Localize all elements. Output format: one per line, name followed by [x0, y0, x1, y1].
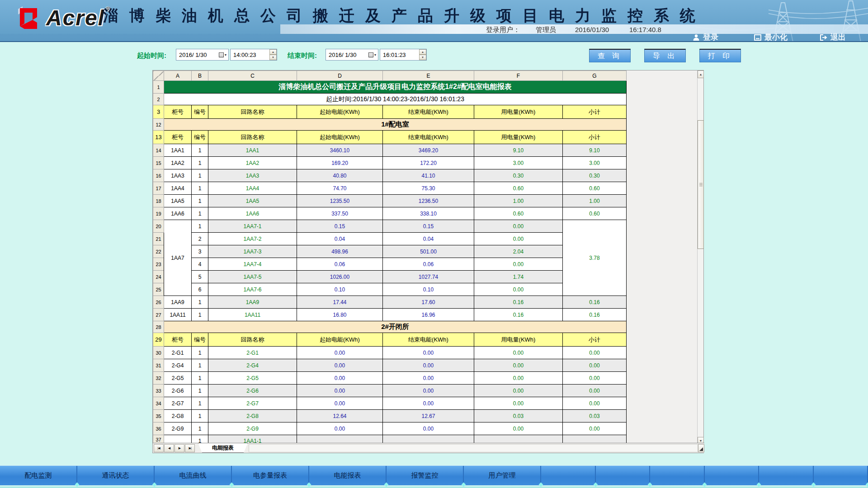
cell[interactable]: 9.10: [563, 144, 627, 157]
nav-button-6[interactable]: 报警监控: [387, 466, 464, 485]
row-gutter[interactable]: 16: [153, 169, 164, 182]
nav-button-3[interactable]: 电流曲线: [155, 466, 232, 485]
cell[interactable]: 1AA3: [208, 169, 297, 182]
cell[interactable]: 1AA1: [164, 144, 192, 157]
cell[interactable]: 0.10: [383, 283, 474, 296]
table-column-header[interactable]: 编号: [192, 333, 208, 347]
cell[interactable]: 0.00: [383, 397, 474, 410]
row-gutter[interactable]: 21: [153, 233, 164, 245]
cell[interactable]: 0.04: [297, 233, 383, 245]
cell[interactable]: 1235.50: [297, 195, 383, 207]
cell[interactable]: 1AA4: [208, 182, 297, 195]
cell[interactable]: 1: [192, 220, 208, 233]
column-header-E[interactable]: E: [383, 71, 474, 81]
cell[interactable]: 0.60: [563, 207, 627, 220]
cell[interactable]: 1AA2: [164, 157, 192, 169]
cell[interactable]: 2-G6: [164, 385, 192, 397]
row-gutter[interactable]: 24: [153, 271, 164, 283]
exit-button[interactable]: 退出: [820, 33, 846, 42]
cell[interactable]: 0.00: [297, 397, 383, 410]
table-column-header[interactable]: 用电量(KWh): [474, 131, 563, 144]
cell[interactable]: 1AA5: [208, 195, 297, 207]
cell[interactable]: 1.74: [474, 271, 563, 283]
end-time-input[interactable]: 16:01:23 ▲ ▼: [380, 49, 427, 61]
cell[interactable]: 1.00: [563, 195, 627, 207]
cell[interactable]: 2-G5: [208, 372, 297, 385]
table-column-header[interactable]: 小计: [563, 105, 627, 119]
first-sheet-icon[interactable]: |◀: [154, 444, 164, 452]
row-gutter[interactable]: 19: [153, 207, 164, 220]
cell[interactable]: 0.04: [383, 233, 474, 245]
row-gutter[interactable]: 29: [153, 333, 164, 347]
row-gutter[interactable]: 32: [153, 372, 164, 385]
cell[interactable]: 1AA2: [208, 157, 297, 169]
cell[interactable]: 0.00: [297, 385, 383, 397]
cell[interactable]: 169.20: [297, 157, 383, 169]
column-header-F[interactable]: F: [474, 71, 563, 81]
cell[interactable]: 1AA7-5: [208, 271, 297, 283]
cell[interactable]: 4: [192, 258, 208, 271]
login-button[interactable]: 登录: [693, 33, 718, 42]
row-gutter[interactable]: 34: [153, 397, 164, 410]
cell[interactable]: 0.15: [297, 220, 383, 233]
cell[interactable]: 501.00: [383, 245, 474, 258]
row-gutter[interactable]: 25: [153, 283, 164, 296]
cell[interactable]: 17.44: [297, 296, 383, 309]
cell[interactable]: 1: [192, 182, 208, 195]
cell[interactable]: 1AA3: [164, 169, 192, 182]
cell[interactable]: 1: [192, 296, 208, 309]
cell[interactable]: 0.00: [474, 233, 563, 245]
cell[interactable]: 1AA9: [208, 296, 297, 309]
cell[interactable]: 0.16: [563, 296, 627, 309]
next-sheet-icon[interactable]: ▶: [175, 444, 184, 452]
cell[interactable]: 2-G9: [164, 422, 192, 435]
cell[interactable]: 0.16: [563, 309, 627, 321]
vertical-scrollbar[interactable]: ▲ ▼: [697, 70, 703, 445]
row-gutter[interactable]: 26: [153, 296, 164, 309]
table-column-header[interactable]: 结束电能(KWh): [383, 131, 474, 144]
table-column-header[interactable]: 柜号: [164, 131, 192, 144]
cell[interactable]: 6: [192, 283, 208, 296]
cell[interactable]: 0.30: [563, 169, 627, 182]
cell[interactable]: 0.00: [474, 422, 563, 435]
cell[interactable]: 3.00: [474, 157, 563, 169]
row-gutter[interactable]: 17: [153, 182, 164, 195]
cell[interactable]: 0.00: [297, 347, 383, 359]
cell[interactable]: 0.00: [563, 397, 627, 410]
cell[interactable]: 1AA7-2: [208, 233, 297, 245]
cell[interactable]: 1AA7-4: [208, 258, 297, 271]
nav-button-empty[interactable]: [814, 466, 868, 485]
cell[interactable]: 2-G8: [208, 410, 297, 422]
table-column-header[interactable]: 编号: [192, 131, 208, 144]
cell[interactable]: 41.10: [383, 169, 474, 182]
cell[interactable]: 0.00: [297, 372, 383, 385]
cell[interactable]: 17.60: [383, 296, 474, 309]
start-date-picker[interactable]: 2016/ 1/30 ▼: [176, 49, 229, 61]
calendar-icon[interactable]: ▼: [367, 49, 378, 60]
cell[interactable]: 1026.00: [297, 271, 383, 283]
cell[interactable]: 1: [192, 195, 208, 207]
row-gutter[interactable]: 23: [153, 258, 164, 271]
cell[interactable]: 1AA4: [164, 182, 192, 195]
row-gutter[interactable]: 20: [153, 220, 164, 233]
cell[interactable]: 0.30: [474, 169, 563, 182]
column-header-D[interactable]: D: [297, 71, 383, 81]
cell[interactable]: 337.50: [297, 207, 383, 220]
table-column-header[interactable]: 用电量(KWh): [474, 333, 563, 347]
cell[interactable]: 0.00: [383, 385, 474, 397]
nav-button-empty[interactable]: [759, 466, 814, 485]
cell[interactable]: 0.10: [297, 283, 383, 296]
cell[interactable]: 2: [192, 233, 208, 245]
cell[interactable]: 2.04: [474, 245, 563, 258]
cell[interactable]: 1AA11: [164, 309, 192, 321]
cell[interactable]: 1236.50: [383, 195, 474, 207]
cell[interactable]: 0.00: [474, 258, 563, 271]
cell[interactable]: 3: [192, 245, 208, 258]
cell[interactable]: 0.00: [474, 385, 563, 397]
cell[interactable]: 1: [192, 359, 208, 372]
cell[interactable]: 1AA6: [164, 207, 192, 220]
row-gutter[interactable]: 22: [153, 245, 164, 258]
select-all-corner[interactable]: [153, 71, 164, 81]
section-banner-cell[interactable]: 1#配电室: [164, 119, 627, 131]
cell[interactable]: 498.96: [297, 245, 383, 258]
